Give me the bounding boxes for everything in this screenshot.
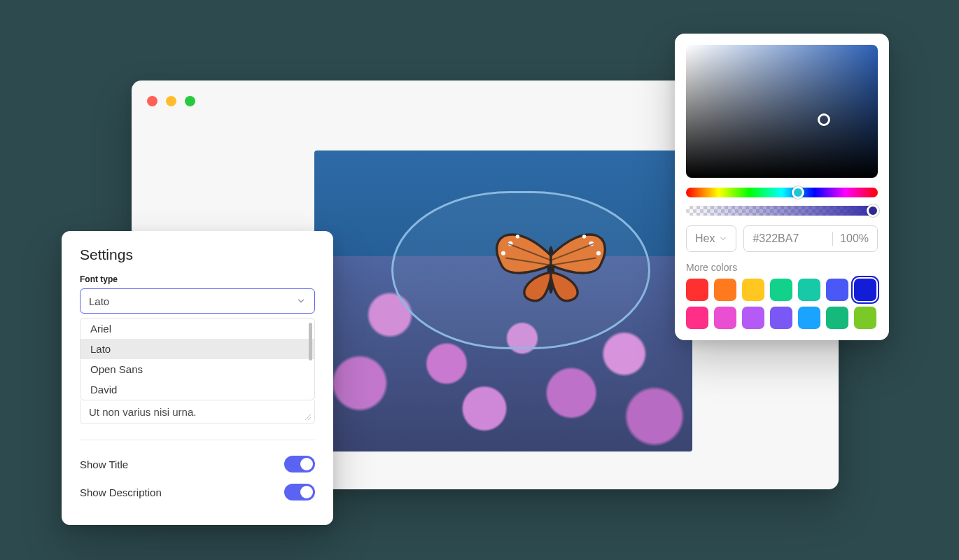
description-textarea[interactable]: Ut non varius nisi urna. xyxy=(80,400,315,424)
alpha-slider[interactable] xyxy=(686,206,878,216)
opacity-value: 100% xyxy=(840,232,869,245)
hex-value: #322BA7 xyxy=(752,232,825,245)
font-type-label: Font type xyxy=(80,274,315,284)
color-swatch[interactable] xyxy=(826,307,848,329)
font-option[interactable]: Lato xyxy=(80,339,314,359)
color-cursor[interactable] xyxy=(818,113,830,126)
hero-image[interactable] xyxy=(314,150,692,451)
selection-highlight[interactable] xyxy=(391,191,650,349)
font-select-value: Lato xyxy=(89,295,109,307)
color-swatch[interactable] xyxy=(826,279,848,301)
color-swatch[interactable] xyxy=(854,307,876,329)
color-swatch[interactable] xyxy=(742,307,764,329)
font-select[interactable]: Lato xyxy=(80,288,315,314)
chevron-down-icon xyxy=(296,296,306,306)
divider xyxy=(80,440,315,440)
font-dropdown: Ariel Lato Open Sans David xyxy=(80,318,315,400)
toggle-row-show-description: Show Description xyxy=(80,478,315,506)
color-swatch[interactable] xyxy=(686,279,708,301)
color-swatch[interactable] xyxy=(714,279,736,301)
color-format-select[interactable]: Hex xyxy=(686,225,736,252)
color-swatch[interactable] xyxy=(714,307,736,329)
alpha-thumb[interactable] xyxy=(867,204,879,217)
color-picker-panel: Hex #322BA7 100% More colors xyxy=(675,34,889,340)
color-swatch[interactable] xyxy=(770,307,792,329)
textarea-value: Ut non varius nisi urna. xyxy=(89,406,196,418)
font-option[interactable]: David xyxy=(80,379,314,400)
show-title-toggle[interactable] xyxy=(284,456,315,472)
toggle-label: Show Title xyxy=(80,458,128,470)
color-swatch[interactable] xyxy=(798,279,820,301)
chevron-down-icon xyxy=(719,234,727,243)
color-swatch[interactable] xyxy=(742,279,764,301)
color-input-row: Hex #322BA7 100% xyxy=(686,225,878,252)
color-swatch[interactable] xyxy=(686,307,708,329)
settings-panel: Settings Font type Lato Ariel Lato Open … xyxy=(62,231,333,525)
font-option[interactable]: Ariel xyxy=(80,318,314,339)
color-swatch[interactable] xyxy=(798,307,820,329)
swatch-grid xyxy=(686,279,878,329)
settings-title: Settings xyxy=(80,246,315,263)
more-colors-label: More colors xyxy=(686,262,878,273)
input-divider xyxy=(832,232,833,246)
hue-slider[interactable] xyxy=(686,188,878,197)
dropdown-scrollbar[interactable] xyxy=(309,323,312,360)
resize-handle-icon[interactable] xyxy=(304,414,312,421)
minimize-window-icon[interactable] xyxy=(166,96,176,106)
traffic-lights xyxy=(147,96,195,106)
maximize-window-icon[interactable] xyxy=(185,96,195,106)
hue-thumb[interactable] xyxy=(792,186,804,199)
color-format-value: Hex xyxy=(695,232,715,245)
hex-input[interactable]: #322BA7 100% xyxy=(743,225,878,252)
toggle-label: Show Description xyxy=(80,486,162,498)
toggle-row-show-title: Show Title xyxy=(80,450,315,478)
color-swatch[interactable] xyxy=(854,279,876,301)
color-swatch[interactable] xyxy=(770,279,792,301)
show-description-toggle[interactable] xyxy=(284,484,315,500)
font-option[interactable]: Open Sans xyxy=(80,359,314,379)
saturation-brightness-area[interactable] xyxy=(686,45,878,178)
close-window-icon[interactable] xyxy=(147,96,158,106)
